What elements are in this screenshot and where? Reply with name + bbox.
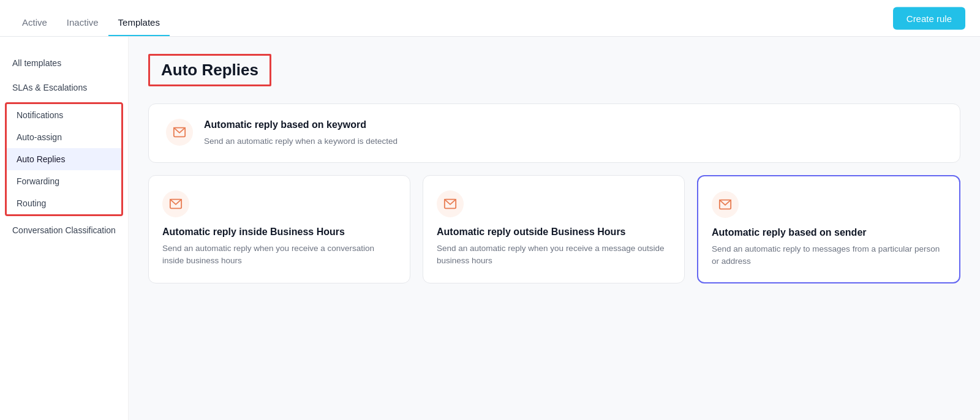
card-keyword-title: Automatic reply based on keyword (204, 119, 398, 132)
card-outside-hours[interactable]: Automatic reply outside Business Hours S… (423, 175, 685, 283)
card-keyword-icon-wrap (166, 119, 193, 146)
card-sender-title: Automatic reply based on sender (712, 227, 946, 239)
sidebar-item-slas[interactable]: SLAs & Escalations (0, 76, 128, 100)
card-keyword-text: Automatic reply based on keyword Send an… (204, 119, 398, 148)
card-outside-title: Automatic reply outside Business Hours (437, 226, 671, 239)
card-outside-description: Send an automatic reply when you receive… (437, 242, 671, 268)
sidebar-group: Notifications Auto-assign Auto Replies F… (5, 102, 123, 216)
card-inside-text: Automatic reply inside Business Hours Se… (162, 226, 396, 267)
sidebar-item-conversation-classification[interactable]: Conversation Classification (0, 219, 128, 243)
card-inside-icon-wrap (162, 190, 189, 217)
card-sender-description: Send an automatic reply to messages from… (712, 243, 946, 268)
mail-icon (718, 198, 732, 211)
card-sender-text: Automatic reply based on sender Send an … (712, 227, 946, 268)
sidebar-item-auto-replies[interactable]: Auto Replies (7, 148, 121, 170)
sidebar-item-notifications[interactable]: Notifications (7, 104, 121, 126)
card-outside-icon-wrap (437, 190, 464, 217)
page-title: Auto Replies (161, 61, 258, 80)
cards-row: Automatic reply inside Business Hours Se… (148, 175, 960, 283)
card-outside-text: Automatic reply outside Business Hours S… (437, 226, 671, 267)
mail-icon (173, 126, 186, 139)
card-keyword-description: Send an automatic reply when a keyword i… (204, 135, 398, 148)
card-sender-icon-wrap (712, 191, 739, 218)
sidebar-item-auto-assign[interactable]: Auto-assign (7, 126, 121, 148)
card-sender[interactable]: Automatic reply based on sender Send an … (697, 175, 960, 283)
sidebar-item-all-templates[interactable]: All templates (0, 51, 128, 76)
tab-active[interactable]: Active (12, 17, 57, 36)
tab-inactive[interactable]: Inactive (57, 17, 108, 36)
create-rule-button[interactable]: Create rule (893, 7, 965, 29)
page-title-wrapper: Auto Replies (148, 54, 271, 86)
card-inside-title: Automatic reply inside Business Hours (162, 226, 396, 239)
mail-icon (169, 197, 183, 211)
tab-bar: Active Inactive Templates Create rule (0, 0, 980, 37)
mail-icon (443, 197, 457, 211)
content-area: Auto Replies Automatic reply based on ke… (129, 37, 980, 420)
card-keyword[interactable]: Automatic reply based on keyword Send an… (148, 103, 960, 163)
card-inside-description: Send an automatic reply when you receive… (162, 242, 396, 268)
card-inside-hours[interactable]: Automatic reply inside Business Hours Se… (148, 175, 410, 283)
tab-templates[interactable]: Templates (108, 17, 170, 36)
sidebar: All templates SLAs & Escalations Notific… (0, 37, 129, 420)
sidebar-item-forwarding[interactable]: Forwarding (7, 170, 121, 192)
main-layout: All templates SLAs & Escalations Notific… (0, 37, 980, 420)
sidebar-item-routing[interactable]: Routing (7, 192, 121, 214)
